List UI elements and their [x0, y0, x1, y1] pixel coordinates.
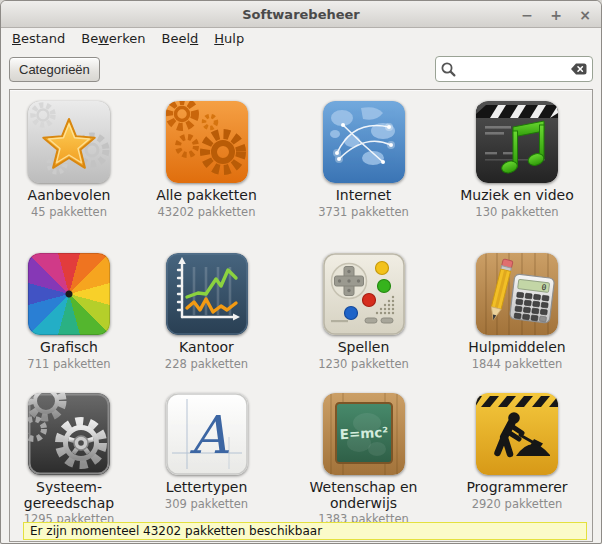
- category-label: Kantoor: [179, 340, 234, 356]
- category-count: 2920 pakketten: [472, 497, 563, 511]
- category-label: Wetenschap en onderwijs: [303, 480, 425, 511]
- search-box[interactable]: [435, 56, 593, 82]
- category-item-wetenschap[interactable]: E=mc² Wetenschap en onderwijs 1383 pakke…: [299, 393, 429, 526]
- gears-orange-icon: [166, 101, 248, 183]
- titlebar: Softwarebeheer − + ×: [1, 1, 601, 28]
- category-label: Spellen: [338, 340, 390, 356]
- category-item-muziek-en-video[interactable]: Muziek en video 130 pakketten: [452, 101, 582, 253]
- letter-a-glyph: A: [189, 405, 229, 465]
- menu-bewerken[interactable]: Bewerken: [74, 29, 152, 48]
- category-count: 3731 pakketten: [318, 205, 409, 219]
- metal-gears-icon: [28, 393, 110, 475]
- category-count: 711 pakketten: [27, 357, 110, 371]
- category-label: Programmerer: [466, 480, 567, 496]
- close-icon[interactable]: ×: [577, 7, 593, 23]
- search-icon: [440, 61, 457, 78]
- star-favorites-icon: [28, 101, 110, 183]
- search-input[interactable]: [457, 61, 570, 78]
- category-item-systeemgereedschap[interactable]: Systeem-gereedschap 1295 pakketten: [4, 393, 134, 526]
- category-label: Grafisch: [40, 340, 98, 356]
- category-item-hulpmiddelen[interactable]: 0 Hulpmiddelen 1844 pakketten: [452, 253, 582, 393]
- category-count: 309 pakketten: [165, 497, 248, 511]
- category-item-grafisch[interactable]: Grafisch 711 pakketten: [4, 253, 134, 393]
- category-label: Alle pakketten: [156, 188, 257, 204]
- window-title: Softwarebeheer: [1, 1, 601, 28]
- category-count: 45 pakketten: [31, 205, 107, 219]
- menu-hulp[interactable]: Hulp: [207, 29, 251, 48]
- maximize-icon[interactable]: +: [548, 7, 564, 23]
- category-item-alle-pakketten[interactable]: Alle pakketten 43202 pakketten: [142, 101, 272, 253]
- category-label: Systeem-gereedschap: [8, 480, 130, 511]
- app-window: Softwarebeheer − + × Bestand Bewerken Be…: [0, 0, 602, 544]
- menubar: Bestand Bewerken Beeld Hulp: [1, 28, 601, 49]
- category-label: Aanbevolen: [28, 188, 111, 204]
- category-count: 1844 pakketten: [472, 357, 563, 371]
- categories-button[interactable]: Categorieën: [9, 57, 100, 82]
- window-controls: − + ×: [519, 1, 593, 28]
- category-item-spellen[interactable]: Spellen 1230 pakketten: [299, 253, 429, 393]
- clapperboard-music-icon: [476, 101, 558, 183]
- letter-a-icon: A: [166, 393, 248, 475]
- color-pinwheel-icon: [28, 253, 110, 335]
- category-item-internet[interactable]: Internet 3731 pakketten: [299, 101, 429, 253]
- menu-beeld[interactable]: Beeld: [154, 29, 205, 48]
- category-label: Internet: [336, 188, 392, 204]
- category-count: 130 pakketten: [475, 205, 558, 219]
- chalkboard-icon: E=mc²: [323, 393, 405, 475]
- minimize-icon[interactable]: −: [519, 7, 535, 23]
- category-item-aanbevolen[interactable]: Aanbevolen 45 pakketten: [4, 101, 134, 253]
- chalkboard-formula: E=mc²: [339, 424, 388, 443]
- construction-icon: [476, 393, 558, 475]
- category-count: 43202 pakketten: [158, 205, 256, 219]
- status-infobar: Er zijn momenteel 43202 pakketten beschi…: [23, 522, 587, 540]
- category-label: Hulpmiddelen: [468, 340, 565, 356]
- globe-network-icon: [323, 101, 405, 183]
- category-item-kantoor[interactable]: Kantoor 228 pakketten: [142, 253, 272, 393]
- category-grid: Aanbevolen 45 pakketten Alle pa: [10, 90, 592, 526]
- clear-icon[interactable]: [570, 61, 588, 77]
- category-count: 228 pakketten: [165, 357, 248, 371]
- category-item-programmerer[interactable]: Programmerer 2920 pakketten: [452, 393, 582, 526]
- toolbar: Categorieën: [1, 49, 601, 89]
- category-label: Muziek en video: [460, 188, 574, 204]
- category-view: Aanbevolen 45 pakketten Alle pa: [9, 89, 593, 542]
- line-chart-icon: [166, 253, 248, 335]
- status-message: Er zijn momenteel 43202 pakketten beschi…: [30, 524, 322, 538]
- pencil-calculator-icon: 0: [476, 253, 558, 335]
- category-count: 1230 pakketten: [318, 357, 409, 371]
- category-label: Lettertypen: [166, 480, 248, 496]
- gamepad-icon: [323, 253, 405, 335]
- category-item-lettertypen[interactable]: A Lettertypen 309 pakketten: [142, 393, 272, 526]
- menu-bestand[interactable]: Bestand: [5, 29, 72, 48]
